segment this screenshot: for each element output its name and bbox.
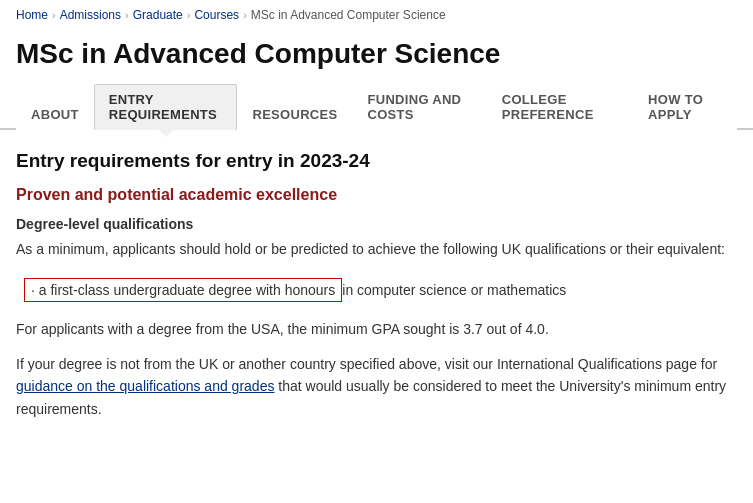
- breadcrumb-sep-3: ›: [187, 9, 191, 21]
- tab-about[interactable]: About: [16, 99, 94, 130]
- tab-resources[interactable]: Resources: [237, 99, 352, 130]
- international-paragraph: If your degree is not from the UK or ano…: [16, 353, 737, 420]
- degree-intro-paragraph: As a minimum, applicants should hold or …: [16, 238, 737, 260]
- page-title: MSc in Advanced Computer Science: [0, 30, 753, 82]
- breadcrumb: Home › Admissions › Graduate › Courses ›…: [0, 0, 753, 30]
- tabs-nav: About Entry Requirements Resources Fundi…: [0, 82, 753, 130]
- subsection-title: Proven and potential academic excellence: [16, 186, 737, 204]
- breadcrumb-current: MSc in Advanced Computer Science: [251, 8, 446, 22]
- breadcrumb-graduate[interactable]: Graduate: [133, 8, 183, 22]
- intl-para-before: If your degree is not from the UK or ano…: [16, 356, 717, 372]
- breadcrumb-courses[interactable]: Courses: [194, 8, 239, 22]
- gpa-paragraph: For applicants with a degree from the US…: [16, 318, 737, 340]
- tab-college-preference[interactable]: College Preference: [487, 84, 633, 130]
- breadcrumb-admissions[interactable]: Admissions: [60, 8, 121, 22]
- breadcrumb-sep-2: ›: [125, 9, 129, 21]
- tab-funding-costs[interactable]: Funding and Costs: [353, 84, 487, 130]
- breadcrumb-home[interactable]: Home: [16, 8, 48, 22]
- tab-entry-requirements[interactable]: Entry Requirements: [94, 84, 238, 130]
- breadcrumb-sep-1: ›: [52, 9, 56, 21]
- highlighted-suffix: in computer science or mathematics: [342, 282, 566, 298]
- breadcrumb-sep-4: ›: [243, 9, 247, 21]
- section-title: Entry requirements for entry in 2023-24: [16, 150, 737, 172]
- bullet-item: · a first-class undergraduate degree wit…: [16, 272, 737, 308]
- main-content: Entry requirements for entry in 2023-24 …: [0, 150, 753, 448]
- tab-how-to-apply[interactable]: How to Apply: [633, 84, 737, 130]
- highlighted-requirement: · a first-class undergraduate degree wit…: [24, 278, 342, 302]
- intl-qualifications-link[interactable]: guidance on the qualifications and grade…: [16, 378, 274, 394]
- highlighted-text: · a first-class undergraduate degree wit…: [31, 282, 335, 298]
- degree-qualifications-label: Degree-level qualifications: [16, 216, 737, 232]
